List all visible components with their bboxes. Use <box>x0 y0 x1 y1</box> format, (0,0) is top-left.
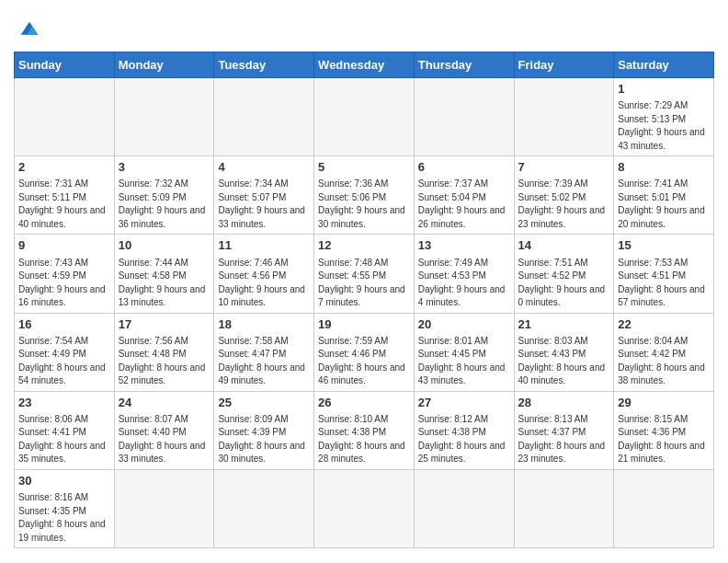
day-info: Sunrise: 8:10 AMSunset: 4:38 PMDaylight:… <box>318 413 410 466</box>
calendar-day-cell: 9Sunrise: 7:43 AMSunset: 4:59 PMDaylight… <box>15 235 115 313</box>
day-info: Sunrise: 7:36 AMSunset: 5:06 PMDaylight:… <box>318 178 410 231</box>
day-info: Sunrise: 8:13 AMSunset: 4:37 PMDaylight:… <box>518 413 610 466</box>
calendar-day-cell: 24Sunrise: 8:07 AMSunset: 4:40 PMDayligh… <box>114 391 214 469</box>
calendar-day-cell: 14Sunrise: 7:51 AMSunset: 4:52 PMDayligh… <box>514 235 614 313</box>
day-number: 9 <box>18 237 110 254</box>
calendar-day-cell: 13Sunrise: 7:49 AMSunset: 4:53 PMDayligh… <box>414 235 514 313</box>
calendar-day-cell <box>15 78 115 156</box>
day-number: 20 <box>418 316 510 333</box>
day-info: Sunrise: 7:46 AMSunset: 4:56 PMDaylight:… <box>218 257 310 310</box>
day-number: 4 <box>218 159 310 176</box>
day-number: 23 <box>18 395 110 411</box>
calendar-header-row: SundayMondayTuesdayWednesdayThursdayFrid… <box>15 52 714 78</box>
day-number: 17 <box>119 316 210 333</box>
day-number: 14 <box>518 237 610 254</box>
calendar-day-cell <box>314 469 415 547</box>
calendar-day-cell <box>514 78 614 156</box>
calendar-day-cell: 29Sunrise: 8:15 AMSunset: 4:36 PMDayligh… <box>614 391 714 469</box>
calendar-day-cell: 27Sunrise: 8:12 AMSunset: 4:38 PMDayligh… <box>414 391 514 469</box>
day-info: Sunrise: 8:12 AMSunset: 4:38 PMDaylight:… <box>418 413 510 466</box>
calendar-week-row: 9Sunrise: 7:43 AMSunset: 4:59 PMDaylight… <box>15 235 714 313</box>
day-number: 12 <box>318 237 410 254</box>
day-number: 3 <box>119 159 210 176</box>
calendar-day-cell: 21Sunrise: 8:03 AMSunset: 4:43 PMDayligh… <box>514 313 614 391</box>
calendar-day-cell <box>514 469 614 547</box>
calendar-day-cell: 4Sunrise: 7:34 AMSunset: 5:07 PMDaylight… <box>214 156 314 235</box>
calendar-week-row: 30Sunrise: 8:16 AMSunset: 4:35 PMDayligh… <box>15 469 714 547</box>
day-number: 29 <box>618 395 710 411</box>
day-number: 5 <box>318 159 410 176</box>
calendar-day-cell <box>314 78 415 156</box>
day-number: 10 <box>119 237 210 254</box>
day-info: Sunrise: 7:51 AMSunset: 4:52 PMDaylight:… <box>518 257 610 310</box>
day-number: 25 <box>218 395 310 411</box>
calendar-day-cell: 25Sunrise: 8:09 AMSunset: 4:39 PMDayligh… <box>214 391 314 469</box>
day-info: Sunrise: 7:49 AMSunset: 4:53 PMDaylight:… <box>418 257 510 310</box>
day-info: Sunrise: 7:58 AMSunset: 4:47 PMDaylight:… <box>218 335 310 388</box>
calendar-day-cell: 28Sunrise: 8:13 AMSunset: 4:37 PMDayligh… <box>514 391 614 469</box>
day-number: 7 <box>518 159 610 176</box>
calendar-day-cell: 2Sunrise: 7:31 AMSunset: 5:11 PMDaylight… <box>15 156 115 235</box>
calendar-day-cell: 6Sunrise: 7:37 AMSunset: 5:04 PMDaylight… <box>414 156 514 235</box>
logo-text <box>14 15 42 44</box>
day-number: 26 <box>318 395 410 411</box>
calendar-day-cell: 3Sunrise: 7:32 AMSunset: 5:09 PMDaylight… <box>114 156 214 235</box>
calendar-week-row: 16Sunrise: 7:54 AMSunset: 4:49 PMDayligh… <box>15 313 714 391</box>
day-number: 22 <box>618 316 710 333</box>
day-info: Sunrise: 8:01 AMSunset: 4:45 PMDaylight:… <box>418 335 510 388</box>
day-info: Sunrise: 7:39 AMSunset: 5:02 PMDaylight:… <box>518 178 610 231</box>
calendar-day-cell <box>414 78 514 156</box>
day-number: 19 <box>318 316 410 333</box>
calendar-day-cell: 8Sunrise: 7:41 AMSunset: 5:01 PMDaylight… <box>614 156 714 235</box>
day-number: 27 <box>418 395 510 411</box>
day-number: 21 <box>518 316 610 333</box>
calendar-day-cell: 7Sunrise: 7:39 AMSunset: 5:02 PMDaylight… <box>514 156 614 235</box>
calendar-day-cell: 26Sunrise: 8:10 AMSunset: 4:38 PMDayligh… <box>314 391 415 469</box>
day-info: Sunrise: 8:15 AMSunset: 4:36 PMDaylight:… <box>618 413 710 466</box>
calendar-week-row: 2Sunrise: 7:31 AMSunset: 5:11 PMDaylight… <box>15 156 714 235</box>
day-info: Sunrise: 7:44 AMSunset: 4:58 PMDaylight:… <box>119 257 210 310</box>
calendar-day-cell: 22Sunrise: 8:04 AMSunset: 4:42 PMDayligh… <box>614 313 714 391</box>
day-info: Sunrise: 7:48 AMSunset: 4:55 PMDaylight:… <box>318 257 410 310</box>
day-info: Sunrise: 7:41 AMSunset: 5:01 PMDaylight:… <box>618 178 710 231</box>
calendar-day-cell: 18Sunrise: 7:58 AMSunset: 4:47 PMDayligh… <box>214 313 314 391</box>
weekday-header-tuesday: Tuesday <box>214 52 314 78</box>
day-number: 11 <box>218 237 310 254</box>
day-info: Sunrise: 7:29 AMSunset: 5:13 PMDaylight:… <box>618 99 710 153</box>
page: SundayMondayTuesdayWednesdayThursdayFrid… <box>0 0 728 557</box>
day-info: Sunrise: 8:03 AMSunset: 4:43 PMDaylight:… <box>518 335 610 388</box>
day-info: Sunrise: 7:43 AMSunset: 4:59 PMDaylight:… <box>18 257 110 310</box>
calendar-day-cell <box>214 469 314 547</box>
calendar-day-cell: 16Sunrise: 7:54 AMSunset: 4:49 PMDayligh… <box>15 313 115 391</box>
calendar-day-cell <box>414 469 514 547</box>
weekday-header-saturday: Saturday <box>614 52 714 78</box>
calendar-table: SundayMondayTuesdayWednesdayThursdayFrid… <box>14 52 714 548</box>
day-info: Sunrise: 7:32 AMSunset: 5:09 PMDaylight:… <box>119 178 210 231</box>
header <box>14 9 714 44</box>
day-info: Sunrise: 7:59 AMSunset: 4:46 PMDaylight:… <box>318 335 410 388</box>
day-number: 16 <box>18 316 110 333</box>
day-info: Sunrise: 8:09 AMSunset: 4:39 PMDaylight:… <box>218 413 310 466</box>
day-number: 13 <box>418 237 510 254</box>
calendar-day-cell: 15Sunrise: 7:53 AMSunset: 4:51 PMDayligh… <box>614 235 714 313</box>
day-info: Sunrise: 8:04 AMSunset: 4:42 PMDaylight:… <box>618 335 710 388</box>
calendar-day-cell: 1Sunrise: 7:29 AMSunset: 5:13 PMDaylight… <box>614 78 714 156</box>
day-number: 1 <box>618 81 710 98</box>
day-info: Sunrise: 7:34 AMSunset: 5:07 PMDaylight:… <box>218 178 310 231</box>
logo <box>14 15 42 44</box>
day-info: Sunrise: 7:31 AMSunset: 5:11 PMDaylight:… <box>18 178 110 231</box>
day-info: Sunrise: 8:06 AMSunset: 4:41 PMDaylight:… <box>18 413 110 466</box>
day-number: 30 <box>18 473 110 489</box>
day-info: Sunrise: 7:54 AMSunset: 4:49 PMDaylight:… <box>18 335 110 388</box>
calendar-day-cell <box>114 78 214 156</box>
day-number: 18 <box>218 316 310 333</box>
day-number: 6 <box>418 159 510 176</box>
day-number: 24 <box>119 395 210 411</box>
calendar-day-cell <box>214 78 314 156</box>
calendar-day-cell <box>614 469 714 547</box>
calendar-week-row: 23Sunrise: 8:06 AMSunset: 4:41 PMDayligh… <box>15 391 714 469</box>
calendar-day-cell: 30Sunrise: 8:16 AMSunset: 4:35 PMDayligh… <box>15 469 115 547</box>
calendar-day-cell: 19Sunrise: 7:59 AMSunset: 4:46 PMDayligh… <box>314 313 415 391</box>
calendar-day-cell: 10Sunrise: 7:44 AMSunset: 4:58 PMDayligh… <box>114 235 214 313</box>
day-number: 2 <box>18 159 110 176</box>
